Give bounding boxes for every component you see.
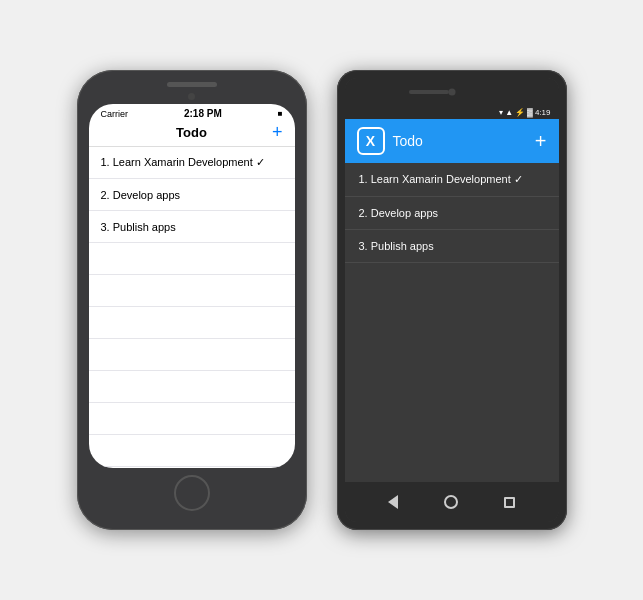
android-speaker [409, 90, 449, 94]
ios-camera [188, 93, 195, 100]
android-list-item[interactable]: 2. Develop apps [345, 197, 559, 230]
ios-empty-row [89, 435, 295, 467]
android-time: 4:19 [535, 108, 551, 117]
android-screen: ▾ ▲ ⚡ ▓ 4:19 X Todo + 1. Learn Xamarin D… [345, 78, 559, 522]
android-bottom-bar [345, 482, 559, 522]
ios-empty-row [89, 403, 295, 435]
android-status-icons: ▾ ▲ ⚡ ▓ 4:19 [499, 108, 550, 117]
home-icon [444, 495, 458, 509]
ios-home-area [89, 468, 295, 518]
ios-list: 1. Learn Xamarin Development ✓ 2. Develo… [89, 147, 295, 468]
android-camera [448, 89, 455, 96]
xamarin-icon: X [357, 127, 385, 155]
android-battery-icon: ▓ [527, 108, 533, 117]
ios-status-bar: Carrier 2:18 PM ■ [89, 104, 295, 121]
android-signal-icon: ▲ [505, 108, 513, 117]
android-wifi-icon: ▾ [499, 108, 503, 117]
ios-empty-row [89, 339, 295, 371]
android-list: 1. Learn Xamarin Development ✓ 2. Develo… [345, 163, 559, 482]
android-home-button[interactable] [444, 495, 458, 509]
ios-empty-row [89, 307, 295, 339]
ios-battery: ■ [278, 109, 283, 118]
android-add-button[interactable]: + [535, 130, 547, 153]
android-app-title: Todo [393, 133, 423, 149]
ios-list-item[interactable]: 1. Learn Xamarin Development ✓ [89, 147, 295, 179]
back-icon [388, 495, 398, 509]
android-bezel [345, 78, 559, 106]
ios-add-button[interactable]: + [272, 122, 283, 143]
ios-nav-bar: Todo + [89, 121, 295, 147]
android-status-bar: ▾ ▲ ⚡ ▓ 4:19 [345, 106, 559, 119]
android-phone: ▾ ▲ ⚡ ▓ 4:19 X Todo + 1. Learn Xamarin D… [337, 70, 567, 530]
android-toolbar: X Todo + [345, 119, 559, 163]
ios-empty-row [89, 371, 295, 403]
ios-nav-title: Todo [176, 125, 207, 140]
ios-phone: Carrier 2:18 PM ■ Todo + 1. Learn Xamari… [77, 70, 307, 530]
ios-carrier: Carrier [101, 109, 129, 119]
ios-empty-row [89, 243, 295, 275]
ios-screen: Carrier 2:18 PM ■ Todo + 1. Learn Xamari… [89, 104, 295, 468]
ios-list-item[interactable]: 3. Publish apps [89, 211, 295, 243]
recents-icon [504, 497, 515, 508]
android-toolbar-left: X Todo [357, 127, 423, 155]
ios-home-button[interactable] [174, 475, 210, 511]
ios-list-item[interactable]: 2. Develop apps [89, 179, 295, 211]
android-list-item[interactable]: 1. Learn Xamarin Development ✓ [345, 163, 559, 197]
ios-time: 2:18 PM [128, 108, 278, 119]
android-list-item[interactable]: 3. Publish apps [345, 230, 559, 263]
ios-speaker [167, 82, 217, 87]
android-back-button[interactable] [388, 495, 398, 509]
ios-empty-row [89, 275, 295, 307]
android-charge-icon: ⚡ [515, 108, 525, 117]
android-recents-button[interactable] [504, 497, 515, 508]
